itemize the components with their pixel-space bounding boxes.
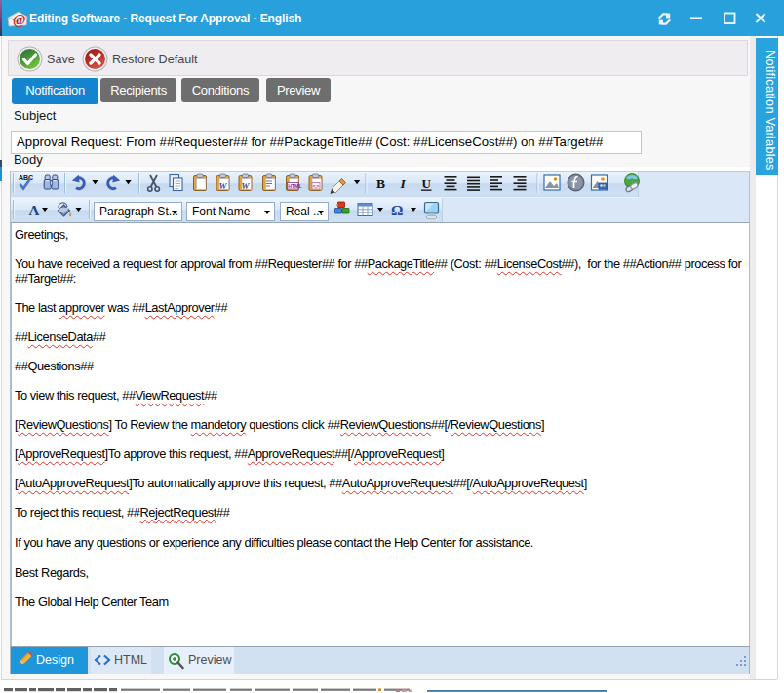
svg-text:@: @: [13, 12, 26, 27]
svg-text:W: W: [242, 181, 251, 191]
svg-text:I: I: [400, 176, 407, 191]
svg-text:Ω: Ω: [391, 202, 403, 218]
svg-text:B: B: [376, 176, 385, 191]
svg-text:A: A: [29, 203, 40, 218]
svg-text:<>: <>: [313, 183, 321, 189]
svg-text:HTML: HTML: [288, 183, 302, 189]
svg-text:U: U: [422, 176, 432, 191]
svg-text:ABC: ABC: [19, 174, 33, 181]
svg-text:W: W: [219, 181, 228, 191]
